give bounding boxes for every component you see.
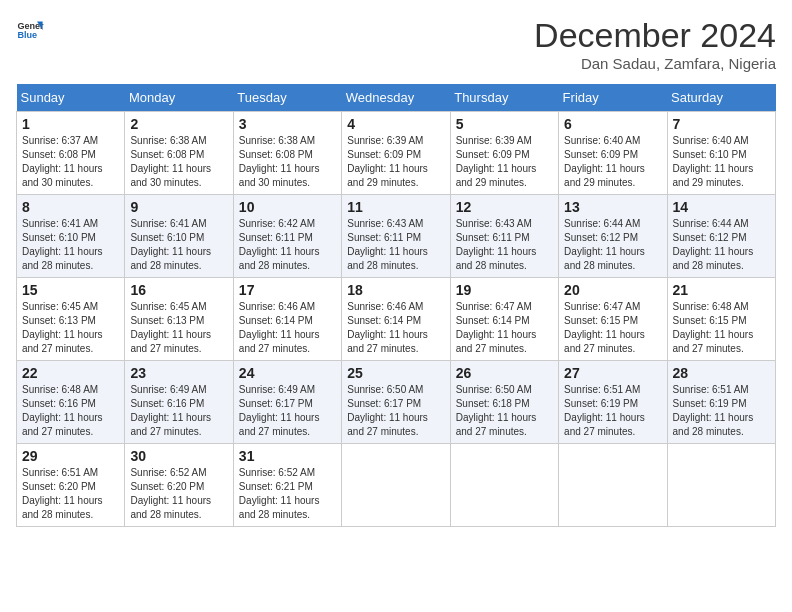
calendar-cell: 19 Sunrise: 6:47 AMSunset: 6:14 PMDaylig… (450, 278, 558, 361)
calendar-cell: 16 Sunrise: 6:45 AMSunset: 6:13 PMDaylig… (125, 278, 233, 361)
day-info: Sunrise: 6:45 AMSunset: 6:13 PMDaylight:… (22, 301, 103, 354)
calendar-cell: 31 Sunrise: 6:52 AMSunset: 6:21 PMDaylig… (233, 444, 341, 527)
calendar-header-row: SundayMondayTuesdayWednesdayThursdayFrid… (17, 84, 776, 112)
day-number: 16 (130, 282, 227, 298)
calendar-cell: 12 Sunrise: 6:43 AMSunset: 6:11 PMDaylig… (450, 195, 558, 278)
location-title: Dan Sadau, Zamfara, Nigeria (534, 55, 776, 72)
calendar-cell: 30 Sunrise: 6:52 AMSunset: 6:20 PMDaylig… (125, 444, 233, 527)
day-number: 22 (22, 365, 119, 381)
day-number: 25 (347, 365, 444, 381)
col-header-tuesday: Tuesday (233, 84, 341, 112)
col-header-sunday: Sunday (17, 84, 125, 112)
day-info: Sunrise: 6:48 AMSunset: 6:15 PMDaylight:… (673, 301, 754, 354)
day-info: Sunrise: 6:39 AMSunset: 6:09 PMDaylight:… (347, 135, 428, 188)
day-number: 15 (22, 282, 119, 298)
col-header-thursday: Thursday (450, 84, 558, 112)
calendar-table: SundayMondayTuesdayWednesdayThursdayFrid… (16, 84, 776, 527)
day-info: Sunrise: 6:41 AMSunset: 6:10 PMDaylight:… (22, 218, 103, 271)
day-info: Sunrise: 6:48 AMSunset: 6:16 PMDaylight:… (22, 384, 103, 437)
day-info: Sunrise: 6:39 AMSunset: 6:09 PMDaylight:… (456, 135, 537, 188)
day-number: 26 (456, 365, 553, 381)
day-number: 27 (564, 365, 661, 381)
logo: General Blue (16, 16, 44, 44)
logo-icon: General Blue (16, 16, 44, 44)
calendar-cell: 8 Sunrise: 6:41 AMSunset: 6:10 PMDayligh… (17, 195, 125, 278)
day-info: Sunrise: 6:44 AMSunset: 6:12 PMDaylight:… (673, 218, 754, 271)
calendar-cell: 9 Sunrise: 6:41 AMSunset: 6:10 PMDayligh… (125, 195, 233, 278)
day-info: Sunrise: 6:50 AMSunset: 6:17 PMDaylight:… (347, 384, 428, 437)
day-info: Sunrise: 6:40 AMSunset: 6:10 PMDaylight:… (673, 135, 754, 188)
day-info: Sunrise: 6:51 AMSunset: 6:20 PMDaylight:… (22, 467, 103, 520)
calendar-cell: 22 Sunrise: 6:48 AMSunset: 6:16 PMDaylig… (17, 361, 125, 444)
week-row-5: 29 Sunrise: 6:51 AMSunset: 6:20 PMDaylig… (17, 444, 776, 527)
week-row-3: 15 Sunrise: 6:45 AMSunset: 6:13 PMDaylig… (17, 278, 776, 361)
calendar-cell (559, 444, 667, 527)
month-title: December 2024 (534, 16, 776, 55)
day-info: Sunrise: 6:46 AMSunset: 6:14 PMDaylight:… (239, 301, 320, 354)
calendar-cell (667, 444, 775, 527)
day-number: 9 (130, 199, 227, 215)
day-number: 5 (456, 116, 553, 132)
calendar-cell: 1 Sunrise: 6:37 AMSunset: 6:08 PMDayligh… (17, 112, 125, 195)
calendar-cell: 13 Sunrise: 6:44 AMSunset: 6:12 PMDaylig… (559, 195, 667, 278)
calendar-cell: 11 Sunrise: 6:43 AMSunset: 6:11 PMDaylig… (342, 195, 450, 278)
day-number: 24 (239, 365, 336, 381)
col-header-monday: Monday (125, 84, 233, 112)
day-number: 1 (22, 116, 119, 132)
col-header-friday: Friday (559, 84, 667, 112)
day-info: Sunrise: 6:51 AMSunset: 6:19 PMDaylight:… (673, 384, 754, 437)
day-info: Sunrise: 6:49 AMSunset: 6:17 PMDaylight:… (239, 384, 320, 437)
calendar-cell: 3 Sunrise: 6:38 AMSunset: 6:08 PMDayligh… (233, 112, 341, 195)
day-info: Sunrise: 6:52 AMSunset: 6:20 PMDaylight:… (130, 467, 211, 520)
day-number: 19 (456, 282, 553, 298)
calendar-cell: 6 Sunrise: 6:40 AMSunset: 6:09 PMDayligh… (559, 112, 667, 195)
calendar-cell: 20 Sunrise: 6:47 AMSunset: 6:15 PMDaylig… (559, 278, 667, 361)
day-info: Sunrise: 6:38 AMSunset: 6:08 PMDaylight:… (239, 135, 320, 188)
calendar-cell: 4 Sunrise: 6:39 AMSunset: 6:09 PMDayligh… (342, 112, 450, 195)
day-number: 21 (673, 282, 770, 298)
week-row-4: 22 Sunrise: 6:48 AMSunset: 6:16 PMDaylig… (17, 361, 776, 444)
title-area: December 2024 Dan Sadau, Zamfara, Nigeri… (534, 16, 776, 72)
day-number: 20 (564, 282, 661, 298)
day-number: 13 (564, 199, 661, 215)
calendar-cell: 26 Sunrise: 6:50 AMSunset: 6:18 PMDaylig… (450, 361, 558, 444)
day-number: 30 (130, 448, 227, 464)
day-info: Sunrise: 6:43 AMSunset: 6:11 PMDaylight:… (347, 218, 428, 271)
calendar-cell: 14 Sunrise: 6:44 AMSunset: 6:12 PMDaylig… (667, 195, 775, 278)
day-number: 8 (22, 199, 119, 215)
day-number: 3 (239, 116, 336, 132)
day-number: 12 (456, 199, 553, 215)
page-header: General Blue December 2024 Dan Sadau, Za… (16, 16, 776, 72)
day-info: Sunrise: 6:44 AMSunset: 6:12 PMDaylight:… (564, 218, 645, 271)
day-info: Sunrise: 6:43 AMSunset: 6:11 PMDaylight:… (456, 218, 537, 271)
day-number: 17 (239, 282, 336, 298)
calendar-cell: 7 Sunrise: 6:40 AMSunset: 6:10 PMDayligh… (667, 112, 775, 195)
day-info: Sunrise: 6:38 AMSunset: 6:08 PMDaylight:… (130, 135, 211, 188)
calendar-cell: 25 Sunrise: 6:50 AMSunset: 6:17 PMDaylig… (342, 361, 450, 444)
day-number: 23 (130, 365, 227, 381)
day-info: Sunrise: 6:50 AMSunset: 6:18 PMDaylight:… (456, 384, 537, 437)
day-info: Sunrise: 6:37 AMSunset: 6:08 PMDaylight:… (22, 135, 103, 188)
day-info: Sunrise: 6:45 AMSunset: 6:13 PMDaylight:… (130, 301, 211, 354)
svg-text:Blue: Blue (17, 30, 37, 40)
day-number: 2 (130, 116, 227, 132)
calendar-cell (342, 444, 450, 527)
calendar-cell: 5 Sunrise: 6:39 AMSunset: 6:09 PMDayligh… (450, 112, 558, 195)
calendar-cell: 18 Sunrise: 6:46 AMSunset: 6:14 PMDaylig… (342, 278, 450, 361)
day-info: Sunrise: 6:40 AMSunset: 6:09 PMDaylight:… (564, 135, 645, 188)
day-number: 11 (347, 199, 444, 215)
day-number: 6 (564, 116, 661, 132)
calendar-cell: 21 Sunrise: 6:48 AMSunset: 6:15 PMDaylig… (667, 278, 775, 361)
day-number: 28 (673, 365, 770, 381)
day-info: Sunrise: 6:51 AMSunset: 6:19 PMDaylight:… (564, 384, 645, 437)
calendar-cell: 15 Sunrise: 6:45 AMSunset: 6:13 PMDaylig… (17, 278, 125, 361)
day-number: 10 (239, 199, 336, 215)
day-info: Sunrise: 6:49 AMSunset: 6:16 PMDaylight:… (130, 384, 211, 437)
col-header-wednesday: Wednesday (342, 84, 450, 112)
week-row-1: 1 Sunrise: 6:37 AMSunset: 6:08 PMDayligh… (17, 112, 776, 195)
calendar-cell: 2 Sunrise: 6:38 AMSunset: 6:08 PMDayligh… (125, 112, 233, 195)
day-info: Sunrise: 6:42 AMSunset: 6:11 PMDaylight:… (239, 218, 320, 271)
day-number: 14 (673, 199, 770, 215)
calendar-cell: 27 Sunrise: 6:51 AMSunset: 6:19 PMDaylig… (559, 361, 667, 444)
calendar-cell: 17 Sunrise: 6:46 AMSunset: 6:14 PMDaylig… (233, 278, 341, 361)
